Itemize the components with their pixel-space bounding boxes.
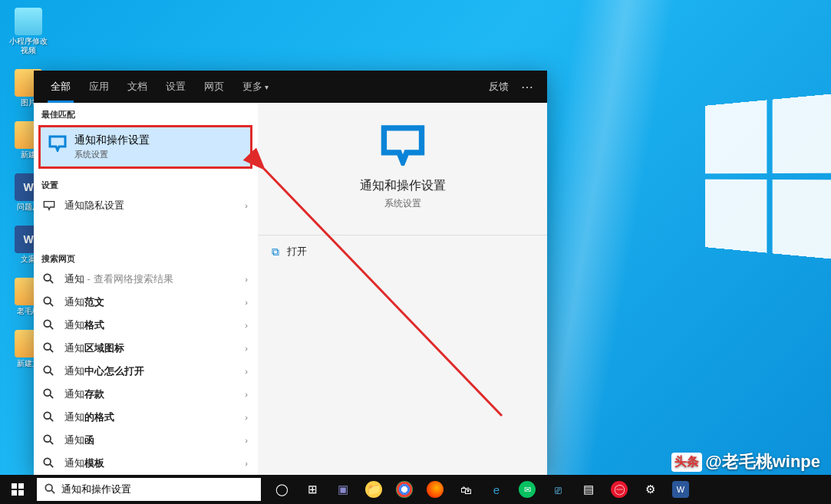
notification-icon	[380, 124, 426, 166]
result-label: 通知中心怎么打开	[64, 364, 236, 378]
search-result-row[interactable]: 通知 - 查看网络搜索结果›	[34, 268, 257, 291]
search-icon	[43, 365, 55, 377]
chrome-icon[interactable]	[390, 475, 419, 504]
group-header-web: 搜索网页	[34, 247, 257, 268]
weibo-icon[interactable]: ㊀	[605, 475, 634, 504]
explorer-icon[interactable]: 📁	[359, 475, 388, 504]
taskbar-app-2[interactable]: ⎚	[543, 475, 572, 504]
preview-subtitle: 系统设置	[258, 197, 547, 210]
chevron-right-icon: ›	[245, 344, 248, 353]
generic-icon	[15, 8, 42, 35]
taskbar-search-box[interactable]	[37, 478, 261, 501]
word-icon[interactable]: W	[666, 475, 695, 504]
svg-line-9	[50, 372, 53, 375]
taskbar-icons: ◯ ⊞ ▣ 📁 🛍 e ✉ ⎚ ▤ ㊀ ⚙ W	[267, 475, 695, 504]
open-label: 打开	[287, 245, 307, 259]
search-result-row[interactable]: 通知范文›	[34, 291, 257, 314]
search-icon	[43, 273, 55, 285]
search-result-row[interactable]: 通知模板›	[34, 452, 257, 475]
group-header-best-match: 最佳匹配	[34, 103, 257, 124]
store-icon[interactable]: 🛍	[451, 475, 480, 504]
svg-point-8	[44, 366, 51, 373]
svg-line-20	[51, 490, 54, 493]
preview-title: 通知和操作设置	[258, 178, 547, 194]
search-tab[interactable]: 应用	[80, 71, 118, 103]
search-icon	[45, 483, 55, 496]
chevron-right-icon: ›	[245, 367, 248, 376]
result-label: 通知函	[64, 433, 236, 447]
search-result-row[interactable]: 通知函›	[34, 429, 257, 452]
search-result-row[interactable]: 通知隐私设置›	[34, 194, 257, 217]
svg-point-10	[44, 389, 51, 396]
search-result-row[interactable]: 通知格式›	[34, 314, 257, 337]
result-preview-pane: 通知和操作设置 系统设置 ⧉ 打开	[258, 103, 547, 475]
svg-line-15	[50, 441, 53, 444]
chevron-right-icon: ›	[245, 275, 248, 284]
svg-line-7	[50, 349, 53, 352]
svg-line-11	[50, 395, 53, 398]
notification-icon	[48, 135, 67, 152]
search-tab[interactable]: 全部	[41, 71, 80, 103]
open-icon: ⧉	[272, 245, 279, 259]
search-result-row[interactable]: 通知存款›	[34, 383, 257, 406]
search-tab[interactable]: 文档	[118, 71, 157, 103]
svg-point-6	[44, 343, 51, 350]
chevron-down-icon: ▾	[265, 83, 269, 91]
taskbar: ◯ ⊞ ▣ 📁 🛍 e ✉ ⎚ ▤ ㊀ ⚙ W	[0, 475, 831, 504]
svg-point-14	[44, 435, 51, 442]
svg-line-1	[50, 280, 53, 283]
taskbar-search-input[interactable]	[61, 484, 253, 496]
edge-icon[interactable]: e	[482, 475, 511, 504]
chevron-right-icon: ›	[245, 413, 248, 422]
watermark: 头条 @老毛桃winpe	[671, 450, 820, 473]
svg-point-0	[44, 274, 51, 281]
search-results-list: 最佳匹配 通知和操作设置 系统设置 设置 通知隐私设置› 搜索网页 通知 - 查…	[34, 103, 258, 475]
svg-point-2	[44, 297, 51, 304]
search-tab[interactable]: 设置	[157, 71, 195, 103]
best-match-subtitle: 系统设置	[74, 149, 150, 160]
search-tab[interactable]: 网页	[195, 71, 233, 103]
result-label: 通知 - 查看网络搜索结果	[64, 272, 236, 286]
search-result-row[interactable]: 通知中心怎么打开›	[34, 360, 257, 383]
svg-line-5	[50, 326, 53, 329]
watermark-text: @老毛桃winpe	[705, 450, 820, 473]
search-icon	[43, 296, 55, 308]
search-result-row[interactable]: 通知的格式›	[34, 406, 257, 429]
taskview-icon[interactable]: ⊞	[298, 475, 327, 504]
search-icon	[43, 434, 55, 446]
svg-line-3	[50, 303, 53, 306]
chevron-right-icon: ›	[245, 298, 248, 307]
taskbar-app-3[interactable]: ▤	[574, 475, 603, 504]
svg-point-16	[44, 458, 51, 465]
feedback-link[interactable]: 反馈	[483, 80, 515, 94]
svg-point-12	[44, 412, 51, 419]
start-button[interactable]	[0, 475, 35, 504]
svg-line-13	[50, 418, 53, 421]
cortana-icon[interactable]: ◯	[267, 475, 296, 504]
result-label: 通知模板	[64, 456, 236, 470]
search-result-row[interactable]: 通知区域图标›	[34, 337, 257, 360]
best-match-title: 通知和操作设置	[74, 133, 150, 147]
search-icon	[43, 411, 55, 423]
search-tab[interactable]: 更多▾	[233, 71, 278, 103]
windows-logo-decoration	[705, 93, 831, 260]
notification-icon	[43, 199, 55, 212]
group-header-settings: 设置	[34, 173, 257, 194]
desktop-icon-label: 小程序修改视频	[9, 37, 48, 55]
search-tabs-bar: 全部应用文档设置网页更多▾ 反馈 ⋯	[34, 71, 547, 103]
wechat-icon[interactable]: ✉	[513, 475, 542, 504]
settings-icon[interactable]: ⚙	[635, 475, 664, 504]
svg-line-17	[50, 464, 53, 467]
best-match-result[interactable]: 通知和操作设置 系统设置	[38, 125, 252, 169]
firefox-icon[interactable]	[420, 475, 450, 504]
result-label: 通知隐私设置	[64, 199, 236, 212]
search-icon	[43, 457, 55, 469]
result-label: 通知存款	[64, 387, 236, 401]
chevron-right-icon: ›	[245, 436, 248, 445]
more-menu-button[interactable]: ⋯	[515, 80, 539, 94]
chevron-right-icon: ›	[245, 459, 248, 468]
open-action[interactable]: ⧉ 打开	[258, 236, 547, 268]
taskbar-app-1[interactable]: ▣	[328, 475, 358, 504]
desktop-icon[interactable]: 小程序修改视频	[9, 8, 48, 55]
chevron-right-icon: ›	[245, 321, 248, 330]
